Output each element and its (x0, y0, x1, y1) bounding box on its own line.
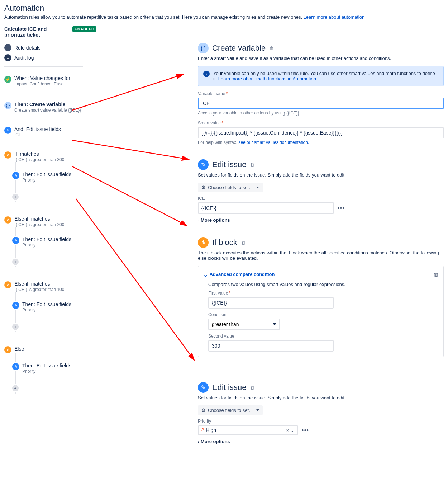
panel-desc: Set values for fields on the issue. Simp… (198, 395, 444, 400)
node-create-variable[interactable]: { } Then: Create variable Create smart v… (4, 99, 83, 115)
svg-line-3 (76, 199, 194, 360)
condition-header[interactable]: Advanced compare condition 🗑 (203, 271, 438, 278)
learn-more-link[interactable]: Learn more about automation (304, 14, 365, 20)
panel-if-block: ⋔ If block 🗑 The if block executes the a… (198, 237, 444, 357)
condition-select[interactable]: greater than (208, 319, 280, 330)
nav-label: Rule details (14, 45, 40, 51)
info-box: i Your variable can only be used within … (198, 66, 444, 86)
choose-fields-button[interactable]: ⚙Choose fields to set... (198, 405, 263, 415)
pencil-icon: ✎ (12, 363, 19, 370)
page-title: Automation (4, 4, 444, 13)
add-step[interactable]: + (12, 256, 83, 267)
node-sub: {{ICE}} is greater than 200 (14, 222, 64, 227)
first-value-input[interactable] (208, 297, 334, 309)
panel-create-variable: { } Create variable 🗑 Enter a smart valu… (198, 43, 444, 145)
node-title: Then: Edit issue fields (22, 236, 71, 242)
svg-line-2 (72, 166, 187, 226)
more-actions-icon[interactable]: ••• (338, 205, 345, 211)
pencil-icon: ✎ (198, 159, 209, 170)
info-icon: i (4, 44, 11, 51)
intro-text: Automation rules allow you to automate r… (4, 14, 304, 20)
svg-line-0 (72, 74, 184, 110)
field-label: First value (208, 291, 438, 296)
nav-rule-details[interactable]: i Rule details (4, 43, 83, 53)
node-elseif-200-then[interactable]: ✎ Then: Edit issue fields Priority (12, 234, 83, 250)
braces-icon: { } (198, 43, 209, 53)
node-sub: Priority (22, 243, 71, 248)
node-elseif-200[interactable]: ⋔ Else-if: matches {{ICE}} is greater th… (4, 214, 83, 269)
rule-name: Calculate ICE and prioritize ticket (4, 26, 69, 38)
help-text: For help with syntax, see our smart valu… (198, 140, 444, 145)
field-label: Priority (198, 419, 444, 424)
panel-desc: The if block executes the actions within… (198, 250, 444, 261)
delete-icon[interactable]: 🗑 (250, 162, 254, 168)
priority-arrow-icon: ^ (201, 427, 204, 433)
pencil-icon: ✎ (12, 172, 19, 179)
ice-field-input[interactable] (198, 202, 334, 214)
condition-desc: Compares two values using smart values a… (208, 282, 438, 287)
variable-name-input[interactable] (198, 98, 444, 109)
page-intro: Automation rules allow you to automate r… (4, 14, 444, 20)
delete-icon[interactable]: 🗑 (269, 46, 274, 51)
panel-desc: Set values for fields on the issue. Simp… (198, 172, 444, 178)
choose-fields-button[interactable]: ⚙Choose fields to set... (198, 183, 263, 192)
syntax-link[interactable]: see our smart values documentation. (238, 140, 309, 145)
pencil-icon: ✎ (12, 237, 19, 244)
trigger-icon: ⚡ (4, 76, 11, 83)
add-step[interactable]: + (12, 191, 83, 202)
node-title: Else-if: matches (14, 216, 64, 222)
field-label: Variable name (198, 91, 444, 96)
node-title: When: Value changes for (14, 75, 70, 81)
list-icon: ≡ (4, 54, 11, 61)
panel-title: Create variable (212, 43, 266, 53)
clear-icon[interactable]: × (286, 428, 289, 433)
second-value-input[interactable] (208, 340, 334, 352)
delete-icon[interactable]: 🗑 (434, 272, 438, 277)
pencil-icon: ✎ (12, 302, 19, 309)
node-title: Then: Create variable (14, 102, 81, 107)
svg-line-1 (72, 140, 189, 159)
node-title: Then: Edit issue fields (22, 171, 71, 177)
plus-icon: + (12, 324, 19, 330)
node-when[interactable]: ⚡ When: Value changes for Impact, Confid… (4, 73, 83, 89)
priority-select[interactable]: ^High × ⌄ (198, 425, 298, 435)
node-sub: Priority (22, 307, 71, 312)
node-else[interactable]: ⋔ Else ✎ Then: Edit issue fields (4, 344, 83, 396)
node-elseif-100[interactable]: ⋔ Else-if: matches {{ICE}} is greater th… (4, 279, 83, 334)
node-title: Else (14, 346, 24, 352)
smart-value-input[interactable] (198, 127, 444, 138)
node-title: And: Edit issue fields (14, 126, 61, 132)
node-title: Else-if: matches (14, 281, 64, 287)
node-title: If: matches (14, 151, 64, 157)
node-title: Then: Edit issue fields (22, 301, 71, 307)
help-text: Access your variable in other actions by… (198, 111, 444, 116)
panel-edit-issue-priority: ✎ Edit issue 🗑 Set values for fields on … (198, 382, 444, 444)
plus-icon: + (12, 385, 19, 391)
delete-icon[interactable]: 🗑 (250, 385, 254, 390)
delete-icon[interactable]: 🗑 (241, 240, 246, 245)
node-elseif-100-then[interactable]: ✎ Then: Edit issue fields Priority (12, 299, 83, 315)
nav-audit-log[interactable]: ≡ Audit log (4, 53, 83, 63)
status-badge: ENABLED (72, 26, 96, 32)
branch-icon: ⋔ (198, 237, 209, 248)
node-and-edit[interactable]: ✎ And: Edit issue fields ICE (4, 124, 83, 140)
plus-icon: + (12, 194, 19, 200)
node-if[interactable]: ⋔ If: matches {{ICE}} is greater than 30… (4, 149, 83, 205)
chevron-down-icon[interactable]: ⌄ (290, 427, 295, 433)
node-if-then[interactable]: ✎ Then: Edit issue fields Priority (12, 169, 83, 185)
info-link[interactable]: Learn more about math functions in Autom… (218, 76, 318, 81)
node-title: Then: Edit issue fields (22, 363, 71, 368)
node-sub: Impact, Confidence, Ease (14, 81, 70, 86)
field-label: ICE (198, 196, 444, 201)
gear-icon: ⚙ (201, 185, 206, 190)
node-sub: Create smart value variable {{ICE}} (14, 108, 81, 113)
node-else-then[interactable]: ✎ Then: Edit issue fields Priority (12, 361, 83, 376)
more-options-toggle[interactable]: More options (198, 217, 444, 223)
panel-title: If block (212, 238, 237, 247)
panel-edit-issue: ✎ Edit issue 🗑 Set values for fields on … (198, 159, 444, 223)
more-actions-icon[interactable]: ••• (302, 427, 309, 433)
add-step[interactable]: + (12, 321, 83, 332)
nav-label: Audit log (14, 55, 34, 61)
more-options-toggle[interactable]: More options (198, 439, 444, 444)
add-step[interactable]: + (12, 382, 83, 394)
